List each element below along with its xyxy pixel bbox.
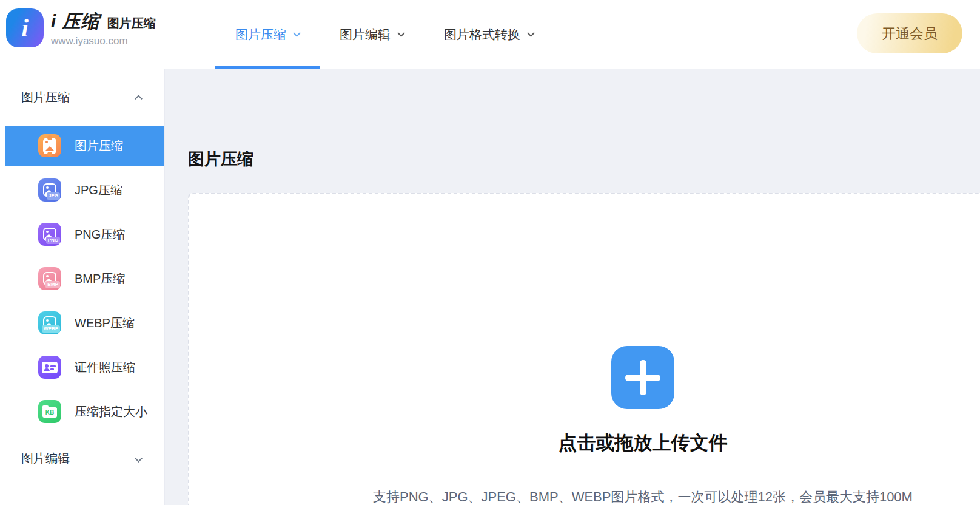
plus-upload-icon[interactable] xyxy=(611,346,674,409)
upload-support-text: 支持PNG、JPG、JPEG、BMP、WEBP图片格式，一次可以处理12张，会员… xyxy=(189,488,980,505)
png-badge: PNG xyxy=(46,237,60,244)
brand-subtitle: 图片压缩 xyxy=(107,15,156,32)
open-vip-button[interactable]: 开通会员 xyxy=(857,13,962,53)
brand-logo-icon: i xyxy=(6,8,44,47)
page-title: 图片压缩 xyxy=(188,148,253,170)
main-nav: 图片压缩 图片编辑 图片格式转换 xyxy=(215,0,554,69)
sidebar-item-idphoto-compress[interactable]: 证件照压缩 xyxy=(0,347,164,387)
sidebar-item-label: 图片压缩 xyxy=(75,138,123,154)
chevron-down-icon xyxy=(397,29,405,37)
section-label: 图片编辑 xyxy=(21,450,70,467)
brand-text: i 压缩 图片压缩 www.iyasuo.com xyxy=(51,9,156,47)
chevron-down-icon xyxy=(527,29,535,37)
jpg-icon: JPG xyxy=(38,178,61,202)
sidebar-item-label: BMP压缩 xyxy=(75,271,125,287)
sidebar-section-edit[interactable]: 图片编辑 xyxy=(0,436,164,481)
brand-logo[interactable]: i i 压缩 图片压缩 www.iyasuo.com xyxy=(6,8,156,47)
sidebar-item-target-size-compress[interactable]: KB 压缩指定大小 xyxy=(0,391,164,432)
sidebar-item-label: 压缩指定大小 xyxy=(75,404,147,420)
id-card-icon xyxy=(38,356,61,379)
png-icon: PNG xyxy=(38,223,61,246)
chevron-down-icon xyxy=(135,455,143,463)
webp-badge: WEBP xyxy=(42,325,60,333)
sidebar-item-label: JPG压缩 xyxy=(75,182,122,198)
image-compress-icon xyxy=(38,134,61,157)
bmp-badge: BMP xyxy=(45,281,60,288)
tab-label: 图片格式转换 xyxy=(444,26,520,43)
tab-label: 图片编辑 xyxy=(340,26,391,43)
section-label: 图片压缩 xyxy=(21,89,70,106)
webp-icon: WEBP xyxy=(38,311,61,334)
tab-label: 图片压缩 xyxy=(235,26,286,43)
tab-format-convert[interactable]: 图片格式转换 xyxy=(424,0,554,69)
upload-heading: 点击或拖放上传文件 xyxy=(189,430,980,456)
sidebar-item-label: WEBP压缩 xyxy=(75,315,135,331)
top-header: i i 压缩 图片压缩 www.iyasuo.com 图片压缩 图片编辑 图片格… xyxy=(0,0,980,69)
sidebar-item-image-compress[interactable]: 图片压缩 xyxy=(5,126,164,166)
main-content: 图片压缩 点击或拖放上传文件 支持PNG、JPG、JPEG、BMP、WEBP图片… xyxy=(165,69,980,505)
chevron-down-icon xyxy=(293,29,301,37)
upload-dropzone[interactable]: 点击或拖放上传文件 支持PNG、JPG、JPEG、BMP、WEBP图片格式，一次… xyxy=(188,193,980,505)
sidebar-item-jpg-compress[interactable]: JPG JPG压缩 xyxy=(0,170,164,210)
sidebar-section-compress[interactable]: 图片压缩 xyxy=(0,69,164,126)
bmp-icon: BMP xyxy=(38,267,61,290)
tab-image-edit[interactable]: 图片编辑 xyxy=(320,0,424,69)
tab-image-compress[interactable]: 图片压缩 xyxy=(215,0,320,69)
jpg-badge: JPG xyxy=(47,192,60,200)
kb-folder-icon: KB xyxy=(38,400,61,423)
sidebar-item-webp-compress[interactable]: WEBP WEBP压缩 xyxy=(0,303,164,343)
chevron-up-icon xyxy=(135,95,143,103)
sidebar-item-bmp-compress[interactable]: BMP BMP压缩 xyxy=(0,259,164,299)
brand-url: www.iyasuo.com xyxy=(51,35,156,47)
sidebar-item-label: 证件照压缩 xyxy=(75,359,135,376)
sidebar-item-label: PNG压缩 xyxy=(75,226,125,243)
sidebar: 图片压缩 图片压缩 JPG JPG压缩 PNG PNG压缩 BMP BMP压缩 xyxy=(0,69,165,505)
kb-badge: KB xyxy=(45,410,54,416)
brand-title: i 压缩 xyxy=(51,9,100,34)
sidebar-item-png-compress[interactable]: PNG PNG压缩 xyxy=(0,214,164,254)
